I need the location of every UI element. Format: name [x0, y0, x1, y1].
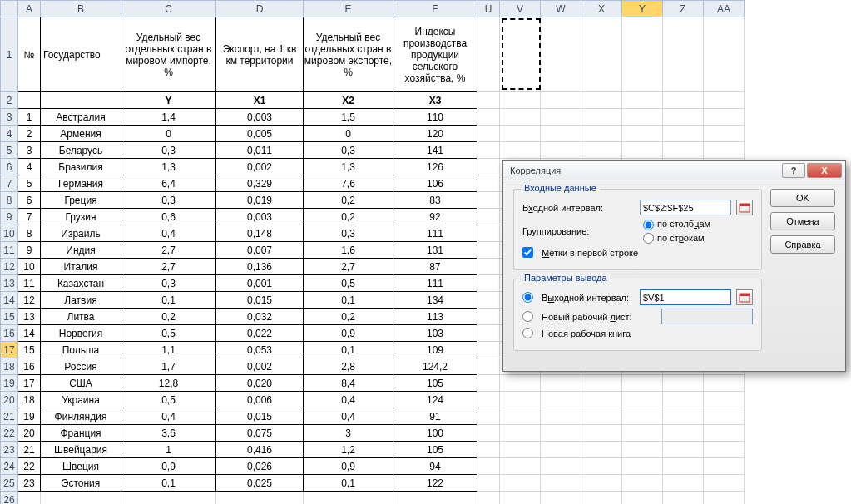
cell[interactable]: 0,1: [304, 292, 393, 309]
col-header-V[interactable]: V: [500, 1, 541, 17]
cell[interactable]: [541, 492, 581, 505]
cell[interactable]: 120: [393, 126, 477, 142]
cell[interactable]: [581, 92, 622, 109]
cell[interactable]: Y: [121, 92, 216, 109]
cell[interactable]: [663, 126, 704, 142]
cell[interactable]: [663, 142, 704, 159]
cell[interactable]: 0,3: [304, 225, 393, 242]
cell[interactable]: X1: [216, 92, 304, 109]
cell[interactable]: Эстония: [41, 475, 121, 492]
cell[interactable]: 94: [393, 458, 477, 475]
cell[interactable]: [41, 92, 121, 109]
cell[interactable]: Индия: [41, 242, 121, 259]
row-header-22[interactable]: 22: [1, 425, 18, 442]
cell[interactable]: 3: [18, 142, 41, 159]
row-header-3[interactable]: 3: [1, 109, 18, 126]
cell[interactable]: 105: [393, 375, 477, 392]
cell[interactable]: 0,9: [121, 458, 216, 475]
cell[interactable]: 1,6: [304, 242, 393, 259]
cell[interactable]: Украина: [41, 392, 121, 408]
cell[interactable]: [477, 475, 500, 492]
cell[interactable]: 0,9: [304, 458, 393, 475]
cell[interactable]: 3,6: [121, 425, 216, 442]
radio-output-range[interactable]: [522, 292, 533, 303]
new-sheet-field[interactable]: [661, 309, 753, 324]
row-header-8[interactable]: 8: [1, 192, 18, 209]
cell[interactable]: [477, 408, 500, 425]
cell[interactable]: [477, 225, 500, 242]
cell[interactable]: 113: [393, 309, 477, 325]
ok-button[interactable]: OK: [770, 189, 835, 207]
cell[interactable]: [581, 425, 622, 442]
cell[interactable]: Литва: [41, 309, 121, 325]
row-header-7[interactable]: 7: [1, 175, 18, 192]
cell[interactable]: [477, 259, 500, 275]
cell[interactable]: [304, 492, 393, 505]
cell[interactable]: 0,6: [121, 209, 216, 225]
cell[interactable]: [477, 142, 500, 159]
cell[interactable]: Швейцария: [41, 442, 121, 458]
cell[interactable]: Норвегия: [41, 325, 121, 342]
row-header-26[interactable]: 26: [1, 492, 18, 505]
cell[interactable]: [477, 109, 500, 126]
cell[interactable]: 124: [393, 392, 477, 408]
cell[interactable]: [477, 309, 500, 325]
cell[interactable]: [581, 408, 622, 425]
cell[interactable]: [704, 375, 745, 392]
cell[interactable]: Польша: [41, 342, 121, 358]
cell[interactable]: [477, 126, 500, 142]
cell[interactable]: 126: [393, 159, 477, 175]
radio-by-columns[interactable]: [643, 220, 654, 230]
cell[interactable]: 1,3: [121, 159, 216, 175]
cell[interactable]: 0,002: [216, 159, 304, 175]
cell[interactable]: [581, 109, 622, 126]
cell[interactable]: [622, 17, 663, 92]
cell[interactable]: [622, 126, 663, 142]
radio-new-book[interactable]: [522, 328, 533, 338]
cell[interactable]: [477, 325, 500, 342]
cell[interactable]: 20: [18, 425, 41, 442]
cell[interactable]: [18, 92, 41, 109]
cell[interactable]: 14: [18, 325, 41, 342]
cell[interactable]: [704, 475, 745, 492]
cell[interactable]: [541, 92, 581, 109]
cell[interactable]: 0,1: [121, 475, 216, 492]
row-header-21[interactable]: 21: [1, 408, 18, 425]
cell[interactable]: [541, 126, 581, 142]
cell[interactable]: Беларусь: [41, 142, 121, 159]
cell[interactable]: 0,005: [216, 126, 304, 142]
cell[interactable]: 2,7: [304, 259, 393, 275]
cell[interactable]: [541, 375, 581, 392]
cell[interactable]: [581, 392, 622, 408]
output-range-refedit[interactable]: [736, 289, 753, 305]
cell[interactable]: 0,416: [216, 442, 304, 458]
row-header-13[interactable]: 13: [1, 275, 18, 292]
cell[interactable]: [622, 492, 663, 505]
cell[interactable]: 1: [121, 442, 216, 458]
cell[interactable]: 13: [18, 309, 41, 325]
cell[interactable]: 0,5: [304, 275, 393, 292]
cell[interactable]: Экспорт, на 1 кв км территории: [216, 17, 304, 92]
cell[interactable]: 0,136: [216, 259, 304, 275]
cell[interactable]: 19: [18, 408, 41, 425]
cell[interactable]: 106: [393, 175, 477, 192]
cell[interactable]: [663, 458, 704, 475]
cell[interactable]: 0,053: [216, 342, 304, 358]
cell[interactable]: [581, 17, 622, 92]
cell[interactable]: 110: [393, 109, 477, 126]
cell[interactable]: [477, 375, 500, 392]
cell[interactable]: 91: [393, 408, 477, 425]
cell[interactable]: 2,8: [304, 358, 393, 375]
cell[interactable]: 3: [304, 425, 393, 442]
cell[interactable]: [663, 408, 704, 425]
cell[interactable]: 105: [393, 442, 477, 458]
cell[interactable]: Россия: [41, 358, 121, 375]
cell[interactable]: [477, 425, 500, 442]
cell[interactable]: 0,002: [216, 358, 304, 375]
output-range-field[interactable]: [640, 289, 731, 305]
cell[interactable]: 0,003: [216, 109, 304, 126]
cell[interactable]: [541, 425, 581, 442]
cell[interactable]: [704, 492, 745, 505]
cell[interactable]: X2: [304, 92, 393, 109]
row-header-18[interactable]: 18: [1, 358, 18, 375]
